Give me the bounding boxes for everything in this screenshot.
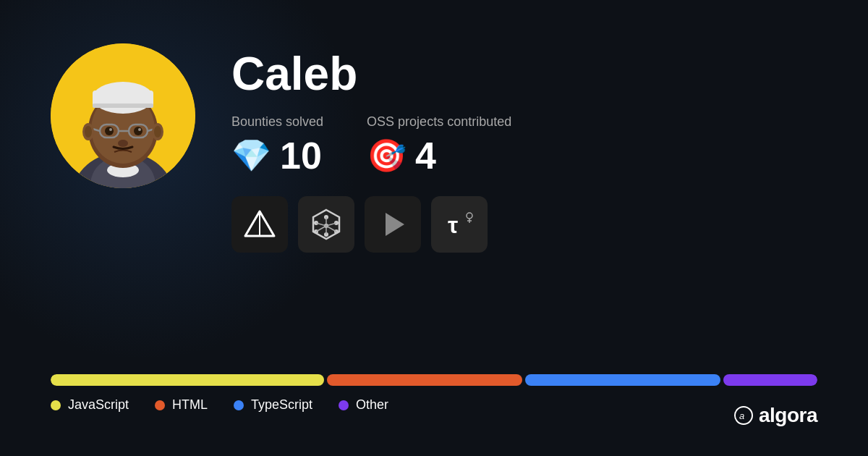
- bounties-value-row: 💎 10: [231, 134, 323, 177]
- dot-typescript: [234, 400, 244, 410]
- svg-point-17: [134, 127, 142, 135]
- diamond-icon: 💎: [231, 137, 271, 174]
- bounties-stat: Bounties solved 💎 10: [231, 114, 323, 177]
- bar-html: [327, 374, 522, 386]
- svg-text:a: a: [739, 410, 744, 421]
- dot-javascript: [51, 400, 61, 410]
- label-javascript: JavaScript: [68, 397, 129, 413]
- svg-point-23: [154, 126, 161, 138]
- project-tatum[interactable]: τ: [431, 196, 488, 253]
- bar-javascript: [51, 374, 324, 386]
- language-legend: JavaScript HTML TypeScript Other: [51, 397, 817, 413]
- oss-count: 4: [415, 134, 436, 177]
- svg-point-18: [138, 128, 141, 131]
- oss-label: OSS projects contributed: [367, 114, 511, 130]
- svg-point-19: [118, 140, 128, 147]
- label-other: Other: [356, 397, 388, 413]
- oss-value-row: 🎯 4: [367, 134, 511, 177]
- svg-point-42: [467, 213, 472, 219]
- bounties-label: Bounties solved: [231, 114, 323, 130]
- info-section: Caleb Bounties solved 💎 10 OSS projects …: [231, 43, 511, 253]
- stats-row: Bounties solved 💎 10 OSS projects contri…: [231, 114, 511, 177]
- legend-html: HTML: [155, 397, 208, 413]
- projects-row: τ: [231, 196, 511, 253]
- user-name: Caleb: [231, 51, 511, 97]
- bar-other: [723, 374, 817, 386]
- oss-stat: OSS projects contributed 🎯 4: [367, 114, 511, 177]
- avatar: [51, 43, 195, 188]
- svg-point-16: [109, 128, 112, 131]
- svg-marker-40: [386, 213, 404, 236]
- svg-rect-9: [93, 104, 153, 108]
- bounties-count: 10: [280, 134, 322, 177]
- bar-typescript: [525, 374, 720, 386]
- svg-point-22: [85, 126, 92, 138]
- label-html: HTML: [172, 397, 208, 413]
- label-typescript: TypeScript: [251, 397, 312, 413]
- language-section: JavaScript HTML TypeScript Other: [51, 374, 817, 413]
- language-bar: [51, 374, 817, 386]
- svg-text:τ: τ: [448, 212, 458, 238]
- svg-point-15: [105, 127, 114, 135]
- dot-html: [155, 400, 165, 410]
- project-preact[interactable]: [365, 196, 421, 253]
- legend-javascript: JavaScript: [51, 397, 129, 413]
- dot-other: [339, 400, 349, 410]
- top-section: Caleb Bounties solved 💎 10 OSS projects …: [51, 43, 817, 253]
- legend-other: Other: [339, 397, 388, 413]
- project-web3[interactable]: [298, 196, 354, 253]
- project-arweave[interactable]: [231, 196, 288, 253]
- svg-line-38: [316, 226, 326, 232]
- svg-line-36: [326, 226, 336, 232]
- target-icon: 🎯: [367, 137, 407, 174]
- algora-logo-icon: a: [734, 406, 753, 425]
- algora-wordmark: algora: [759, 404, 817, 427]
- algora-brand: a algora: [734, 404, 817, 427]
- legend-typescript: TypeScript: [234, 397, 312, 413]
